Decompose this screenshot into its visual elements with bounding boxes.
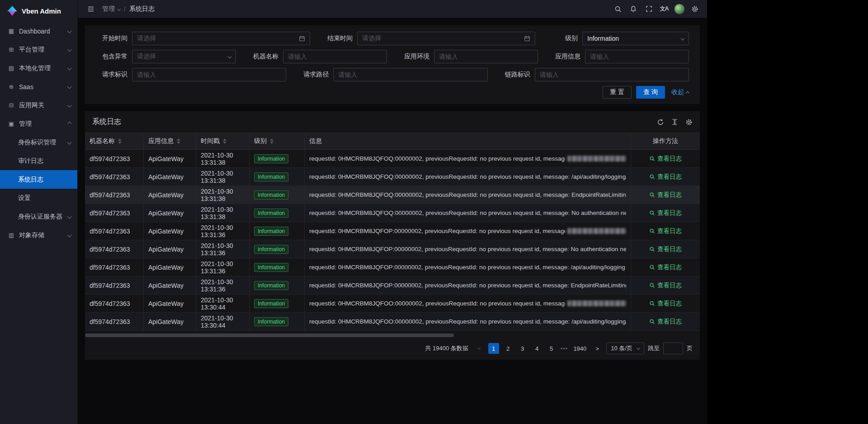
breadcrumb-separator: /	[124, 5, 126, 13]
jump-page-input[interactable]	[663, 343, 683, 354]
breadcrumb-parent[interactable]: 管理	[102, 5, 120, 13]
horizontal-scrollbar	[85, 333, 700, 337]
scrollbar-thumb[interactable]	[85, 333, 454, 337]
column-settings-icon[interactable]	[685, 119, 693, 126]
table-header-row: 机器名称应用信息时间戳级别信息操作方法	[85, 133, 700, 150]
search-icon[interactable]	[611, 2, 625, 16]
pagination-page[interactable]: 5	[546, 343, 557, 354]
sidebar-item[interactable]: ⊟应用网关	[0, 96, 77, 114]
bell-icon[interactable]	[627, 2, 640, 16]
table-row[interactable]: df5974d72363ApiGateWay2021-10-30 13:31:3…	[85, 204, 700, 222]
row-height-icon[interactable]	[671, 119, 678, 125]
logo-text: Vben Admin	[22, 7, 61, 15]
magnifier-icon	[649, 300, 655, 306]
chevron-down-icon	[67, 214, 72, 219]
view-log-button[interactable]: 查看日志	[649, 227, 682, 235]
query-button[interactable]: 查 询	[636, 86, 665, 99]
sidebar-item[interactable]: ⊞平台管理	[0, 40, 77, 59]
level-cell: Information	[250, 186, 305, 204]
view-log-button[interactable]: 查看日志	[649, 281, 682, 290]
view-log-button[interactable]: 查看日志	[649, 318, 682, 326]
table-row[interactable]: df5974d72363ApiGateWay2021-10-30 13:31:3…	[85, 258, 700, 276]
pagination-page[interactable]: 4	[532, 343, 542, 354]
app-info-input[interactable]	[585, 50, 689, 63]
end-time-datepicker[interactable]: 请选择	[357, 32, 535, 45]
collapse-toggle[interactable]: 收起	[671, 88, 689, 96]
column-header[interactable]: 时间戳	[196, 133, 250, 149]
pagination-next[interactable]: >	[592, 343, 603, 354]
table-row[interactable]: df5974d72363ApiGateWay2021-10-30 13:31:3…	[85, 186, 700, 204]
sidebar-subitem[interactable]: 设置	[0, 189, 77, 207]
table-row[interactable]: df5974d72363ApiGateWay2021-10-30 13:31:3…	[85, 276, 700, 295]
pagination-page[interactable]: 2	[503, 343, 514, 354]
column-header-label: 操作方法	[653, 137, 678, 145]
view-log-button[interactable]: 查看日志	[649, 245, 682, 253]
sidebar-item[interactable]: ▤本地化管理	[0, 59, 77, 77]
trace-id-input[interactable]	[535, 68, 689, 81]
pagination-page[interactable]: 1940	[571, 343, 588, 354]
reset-button[interactable]: 重 置	[603, 86, 632, 99]
sidebar-subitem[interactable]: 审计日志	[0, 152, 77, 170]
saas-icon: ⊕	[7, 83, 15, 90]
pagination-page[interactable]: 3	[517, 343, 528, 354]
sort-icons	[270, 138, 274, 144]
sidebar-item[interactable]: ⊕Saas	[0, 77, 77, 96]
timestamp-cell: 2021-10-30 13:31:36	[196, 258, 250, 276]
app-root: Vben Admin ▦Dashboard⊞平台管理▤本地化管理⊕Saas⊟应用…	[0, 0, 707, 424]
column-header[interactable]: 机器名称	[85, 133, 144, 149]
sidebar-menu: ▦Dashboard⊞平台管理▤本地化管理⊕Saas⊟应用网关▣管理身份标识管理…	[0, 22, 77, 244]
level-badge: Information	[254, 317, 288, 326]
message-text: requestId: 0HMCRBM8JQFOQ:00000002, previ…	[309, 155, 565, 162]
dashboard-icon: ▦	[7, 28, 15, 34]
view-log-button[interactable]: 查看日志	[649, 173, 682, 181]
sidebar-subitem[interactable]: 身份标识管理	[0, 133, 77, 152]
level-badge: Information	[254, 209, 288, 218]
sidebar-item[interactable]: ▣管理	[0, 114, 77, 133]
sidebar-item[interactable]: ▥对象存储	[0, 226, 77, 244]
machine-name-input[interactable]	[283, 50, 387, 63]
view-log-button[interactable]: 查看日志	[649, 300, 682, 308]
action-cell: 查看日志	[631, 222, 700, 240]
view-log-button[interactable]: 查看日志	[649, 263, 682, 272]
view-log-button[interactable]: 查看日志	[649, 155, 682, 163]
table-row[interactable]: df5974d72363ApiGateWay2021-10-30 13:31:3…	[85, 168, 700, 186]
translate-icon[interactable]: 文A	[657, 2, 671, 16]
settings-gear-icon[interactable]	[688, 2, 702, 16]
table-row[interactable]: df5974d72363ApiGateWay2021-10-30 13:31:3…	[85, 150, 700, 168]
view-log-label: 查看日志	[657, 245, 682, 253]
sidebar-item[interactable]: ▦Dashboard	[0, 22, 77, 40]
message-cell: requestId: 0HMCRBM8JQFOP:00000002, previ…	[305, 240, 631, 258]
action-cell: 查看日志	[631, 240, 700, 258]
table-row[interactable]: df5974d72363ApiGateWay2021-10-30 13:31:3…	[85, 240, 700, 258]
table-row[interactable]: df5974d72363ApiGateWay2021-10-30 13:30:4…	[85, 313, 700, 331]
message-cell: requestId: 0HMCRBM8JQFOQ:00000002, previ…	[305, 186, 631, 204]
table-row[interactable]: df5974d72363ApiGateWay2021-10-30 13:31:3…	[85, 222, 700, 240]
request-path-input[interactable]	[333, 68, 487, 81]
logo[interactable]: Vben Admin	[0, 0, 77, 22]
fullscreen-icon[interactable]	[642, 2, 656, 16]
chevron-down-icon	[117, 7, 121, 10]
start-time-field: 开始时间请选择	[96, 32, 310, 45]
has-exception-label: 包含异常	[96, 52, 127, 61]
start-time-datepicker[interactable]: 请选择	[132, 32, 310, 45]
level-cell: Information	[250, 168, 305, 186]
view-log-button[interactable]: 查看日志	[649, 209, 682, 217]
column-header[interactable]: 应用信息	[144, 133, 196, 149]
pagination-page[interactable]: 1	[488, 343, 499, 354]
refresh-icon[interactable]	[657, 119, 664, 126]
level-select[interactable]: Information	[582, 32, 689, 45]
request-id-input[interactable]	[132, 68, 286, 81]
view-log-button[interactable]: 查看日志	[649, 191, 682, 199]
has-exception-select[interactable]: 请选择	[132, 50, 236, 63]
sidebar-subitem[interactable]: 身份认证服务器	[0, 207, 77, 226]
column-header[interactable]: 级别	[250, 133, 305, 149]
app-info-cell: ApiGateWay	[144, 258, 196, 276]
table-row[interactable]: df5974d72363ApiGateWay2021-10-30 13:30:4…	[85, 295, 700, 313]
page-size-select[interactable]: 10 条/页	[606, 343, 644, 354]
machine-name-cell: df5974d72363	[85, 168, 144, 186]
sidebar-subitem[interactable]: 系统日志	[0, 170, 77, 189]
menu-fold-icon[interactable]	[84, 2, 98, 16]
pagination-prev[interactable]: <	[474, 343, 485, 354]
user-avatar[interactable]	[673, 2, 686, 16]
app-environment-input[interactable]	[434, 50, 538, 63]
